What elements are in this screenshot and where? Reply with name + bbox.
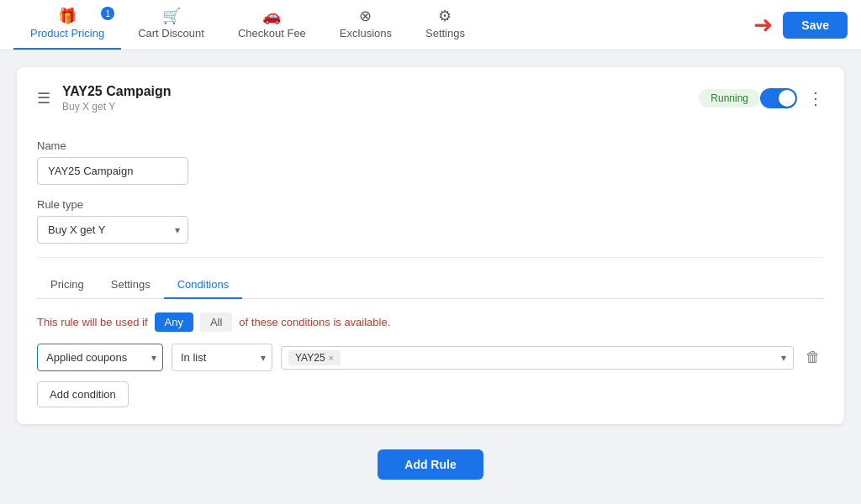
tab-exclusions[interactable]: ⊗ Exclusions <box>323 0 409 50</box>
campaign-title: YAY25 Campaign <box>62 84 685 99</box>
card-header: ☰ YAY25 Campaign Buy X get Y Running ⋮ <box>37 84 824 123</box>
tab-product-pricing-label: Product Pricing <box>30 27 104 39</box>
condition-operator-select[interactable]: In list Not in list Contains <box>172 344 272 371</box>
tab-product-pricing[interactable]: 🎁 Product Pricing 1 <box>13 0 121 50</box>
add-condition-button[interactable]: Add condition <box>37 381 129 407</box>
condition-operator-select-wrapper: In list Not in list Contains <box>172 344 272 371</box>
tab-cart-discount-label: Cart Discount <box>138 27 204 39</box>
tag-input-chevron: ▾ <box>781 352 786 364</box>
condition-field-select-wrapper: Applied coupons Cart total Customer role… <box>37 344 163 371</box>
tag-yay25-remove[interactable]: × <box>329 353 334 363</box>
product-pricing-badge: 1 <box>101 7 114 20</box>
sub-tab-conditions[interactable]: Conditions <box>164 271 242 299</box>
tag-yay25-label: YAY25 <box>295 352 325 364</box>
tab-exclusions-label: Exclusions <box>340 27 392 39</box>
card-header-actions: ⋮ <box>760 88 824 108</box>
add-rule-button[interactable]: Add Rule <box>378 449 483 480</box>
settings-icon: ⚙ <box>438 8 452 24</box>
main-content: ☰ YAY25 Campaign Buy X get Y Running ⋮ N… <box>0 50 861 504</box>
tag-yay25: YAY25 × <box>288 350 341 365</box>
condition-value-tag-input[interactable]: YAY25 × ▾ <box>281 346 794 370</box>
tab-checkout-fee-label: Checkout Fee <box>238 27 306 39</box>
campaign-title-area: YAY25 Campaign Buy X get Y <box>62 84 685 113</box>
dots-menu-icon[interactable]: ⋮ <box>807 88 824 108</box>
rule-type-field-group: Rule type Buy X get Y Percentage Discoun… <box>37 198 824 244</box>
conditions-suffix: of these conditions is available. <box>239 316 390 328</box>
sub-tab-settings[interactable]: Settings <box>98 271 164 299</box>
nav-save-area: ➜ Save <box>753 12 848 39</box>
checkout-fee-icon: 🚗 <box>262 8 281 24</box>
status-badge: Running <box>699 89 760 108</box>
name-input[interactable] <box>37 157 188 185</box>
save-arrow-indicator: ➜ <box>753 13 773 37</box>
nav-bar: 🎁 Product Pricing 1 🛒 Cart Discount 🚗 Ch… <box>0 0 861 50</box>
cart-discount-icon: 🛒 <box>162 8 181 24</box>
product-pricing-icon: 🎁 <box>58 8 77 24</box>
exclusions-icon: ⊗ <box>359 8 372 24</box>
rule-type-select-wrapper: Buy X get Y Percentage Discount Fixed Am… <box>37 216 188 244</box>
save-button[interactable]: Save <box>783 12 848 39</box>
tab-settings-label: Settings <box>425 27 465 39</box>
bottom-bar: Add Rule <box>17 438 844 480</box>
tab-settings[interactable]: ⚙ Settings <box>409 0 482 50</box>
any-button[interactable]: Any <box>155 312 193 332</box>
all-button[interactable]: All <box>200 312 232 332</box>
campaign-card: ☰ YAY25 Campaign Buy X get Y Running ⋮ N… <box>17 67 844 424</box>
name-label: Name <box>37 139 824 152</box>
campaign-subtitle: Buy X get Y <box>62 101 685 113</box>
conditions-prefix: This rule will be used if <box>37 316 148 328</box>
condition-row: Applied coupons Cart total Customer role… <box>37 344 824 371</box>
divider <box>37 257 824 258</box>
delete-condition-button[interactable]: 🗑 <box>802 345 824 370</box>
sub-tab-pricing[interactable]: Pricing <box>37 271 98 299</box>
conditions-rule-text: This rule will be used if Any All of the… <box>37 312 824 332</box>
campaign-toggle[interactable] <box>760 88 797 108</box>
delete-icon: 🗑 <box>806 349 821 365</box>
sub-tabs: Pricing Settings Conditions <box>37 271 824 299</box>
name-field-group: Name <box>37 139 824 185</box>
hamburger-icon[interactable]: ☰ <box>37 89 50 108</box>
tab-checkout-fee[interactable]: 🚗 Checkout Fee <box>221 0 323 50</box>
rule-type-select[interactable]: Buy X get Y Percentage Discount Fixed Am… <box>37 216 188 244</box>
tab-cart-discount[interactable]: 🛒 Cart Discount <box>121 0 221 50</box>
nav-tabs: 🎁 Product Pricing 1 🛒 Cart Discount 🚗 Ch… <box>13 0 482 50</box>
rule-type-label: Rule type <box>37 198 824 211</box>
condition-field-select[interactable]: Applied coupons Cart total Customer role… <box>37 344 163 371</box>
